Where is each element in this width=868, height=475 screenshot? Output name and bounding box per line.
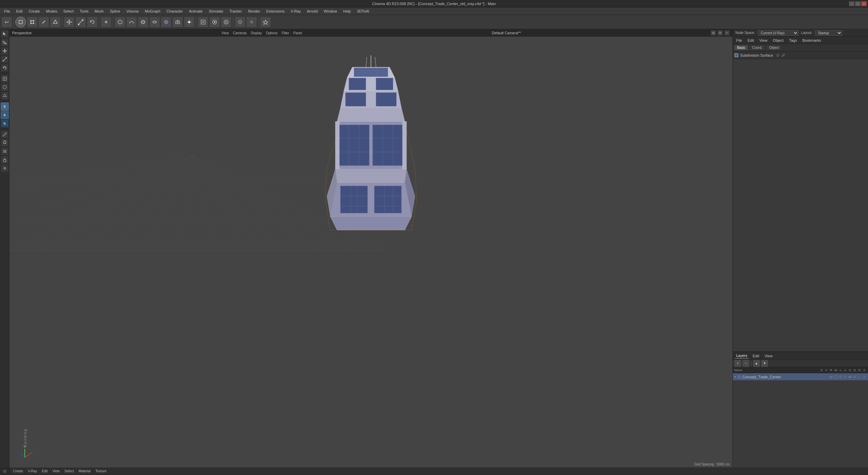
menu-arnold[interactable]: Arnold [304,8,320,15]
attr-menu-bookmarks[interactable]: Bookmarks [801,38,822,43]
bp-tab-vray[interactable]: V-Ray [26,469,39,474]
attr-tab-object[interactable]: Object [766,45,782,51]
tool-material-s2[interactable]: S [1,111,9,119]
viewport-menu-view[interactable]: View [221,31,229,35]
toolbar-effector[interactable] [161,17,172,27]
layers-down-btn[interactable]: ▼ [761,360,768,367]
viewport-menu-display[interactable]: Display [251,31,262,35]
layers-tab-layers[interactable]: Layers [735,353,749,359]
tool-paint[interactable] [1,130,9,138]
toolbar-render-settings[interactable] [221,17,232,27]
viewport-settings[interactable]: ⚙ [717,30,723,36]
menu-mograph[interactable]: MoGraph [142,8,163,15]
tool-group3[interactable] [1,92,9,100]
menu-window[interactable]: Window [321,8,340,15]
attr-tab-coord[interactable]: Coord. [749,45,765,51]
toolbar-snap[interactable] [235,17,245,27]
viewport-menu-filter[interactable]: Filter [282,31,289,35]
bp-tab-view[interactable]: View [50,469,62,474]
tool-group1[interactable] [1,75,9,83]
toolbar-camera[interactable] [172,17,183,27]
menu-3dtoai[interactable]: 3DToAI [354,8,372,15]
tool-lock-icon[interactable] [1,156,9,164]
menu-spline[interactable]: Spline [107,8,123,15]
layer-icon-anim [848,375,852,379]
menu-tools[interactable]: Tools [77,8,91,15]
attr-menu-edit[interactable]: Edit [746,38,755,43]
menu-modes[interactable]: Modes [43,8,60,15]
menu-edit[interactable]: Edit [14,8,25,15]
toolbar-cube[interactable] [115,17,125,27]
toolbar-spline[interactable] [126,17,137,27]
menu-file[interactable]: File [1,8,13,15]
viewport-menu-panel[interactable]: Panel [293,31,302,35]
menu-render[interactable]: Render [245,8,263,15]
tool-scale[interactable] [1,55,9,63]
menu-mesh[interactable]: Mesh [92,8,106,15]
toolbar-light[interactable] [184,17,195,27]
attr-tab-basic[interactable]: Basic [734,45,748,51]
tool-move[interactable] [1,47,9,55]
layers-up-btn[interactable]: ▲ [753,360,760,367]
toolbar-point-mode[interactable] [27,17,38,27]
tool-group2[interactable] [1,83,9,91]
menu-tracker[interactable]: Tracker [227,8,245,15]
toolbar-deformer[interactable] [149,17,160,27]
viewport-menu-options[interactable]: Options [266,31,277,35]
attr-menu-object[interactable]: Object [771,38,785,43]
layout-dropdown[interactable]: Startup [815,30,842,36]
toolbar-render-view[interactable] [198,17,209,27]
menu-character[interactable]: Character [164,8,185,15]
menu-help[interactable]: Help [340,8,354,15]
bp-tab-select[interactable]: Select [62,469,76,474]
tool-select-live[interactable] [1,38,9,46]
menu-animate[interactable]: Animate [186,8,205,15]
maximize-button[interactable]: □ [855,1,861,6]
toolbar-edge-mode[interactable] [38,17,49,27]
bp-tab-create[interactable]: Create [11,469,25,474]
tool-rotate[interactable] [1,64,9,72]
tool-layers-icon[interactable] [1,147,9,155]
viewport-maximize[interactable]: ⊞ [711,30,716,36]
minimize-button[interactable]: − [849,1,854,6]
attr-menu-file[interactable]: File [735,38,744,43]
svg-rect-131 [834,376,837,378]
node-space-dropdown[interactable]: Current (V-Ray) [758,30,798,36]
tool-material-s[interactable]: S [1,102,9,111]
tool-select-model[interactable] [1,30,9,38]
layers-tab-view[interactable]: View [763,353,774,359]
bp-tab-edit[interactable]: Edit [40,469,50,474]
layers-add-btn[interactable]: + [734,360,742,367]
menu-volume[interactable]: Volume [124,8,142,15]
layer-row-0[interactable]: Concept_Trade_Center [733,373,868,381]
bp-tab-material[interactable]: Material [77,469,93,474]
viewport-menu-cameras[interactable]: Cameras [233,31,247,35]
viewport-3d[interactable]: Perspective View Cameras Display Options… [9,29,732,468]
layers-remove-btn[interactable]: − [742,360,750,367]
menu-simulate[interactable]: Simulate [206,8,226,15]
menu-select[interactable]: Select [61,8,77,15]
attr-menu-tags[interactable]: Tags [788,38,798,43]
toolbar-grid-snp[interactable]: ⊞ [246,17,257,27]
toolbar-polygon-mode[interactable] [50,17,61,27]
tool-extra[interactable] [1,164,9,172]
toolbar-move[interactable] [64,17,75,27]
tool-material-s3[interactable]: S [1,119,9,128]
menu-create[interactable]: Create [26,8,43,15]
menu-extensions[interactable]: Extensions [263,8,287,15]
toolbar-add[interactable]: + [101,17,112,27]
toolbar-light2[interactable] [260,17,271,27]
viewport-close[interactable]: × [724,30,730,36]
tool-magnet[interactable] [1,139,9,147]
toolbar-undo[interactable]: ↩ [1,17,12,27]
menu-vray[interactable]: V-Ray [288,8,303,15]
toolbar-rotate[interactable] [87,17,98,27]
attr-menu-view[interactable]: View [758,38,769,43]
toolbar-render[interactable] [209,17,220,27]
toolbar-scale[interactable] [75,17,86,27]
bp-tab-texture[interactable]: Texture [93,469,108,474]
toolbar-model-mode[interactable] [15,17,26,27]
layers-tab-edit[interactable]: Edit [751,353,761,359]
toolbar-nurbs[interactable] [138,17,149,27]
close-button[interactable]: × [861,1,867,6]
